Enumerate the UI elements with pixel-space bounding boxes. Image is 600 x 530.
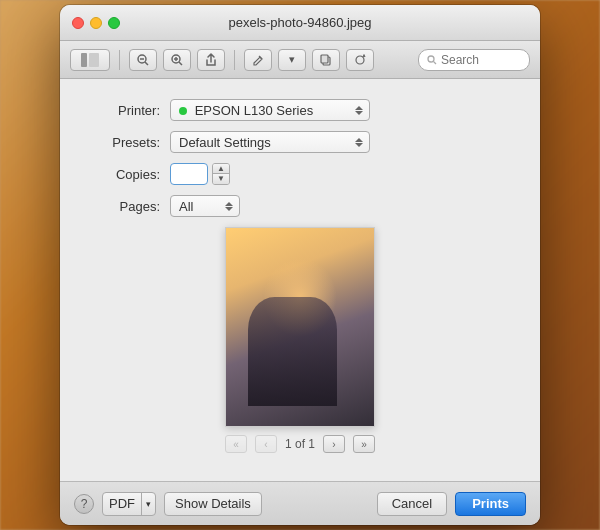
svg-point-13: [428, 56, 434, 62]
edit-button[interactable]: [244, 49, 272, 71]
print-form: Printer: EPSON L130 Series Presets:: [60, 79, 540, 481]
dropdown-arrow-button[interactable]: ▾: [278, 49, 306, 71]
pages-select-arrow: [225, 202, 233, 211]
preview-frame: [225, 227, 375, 427]
svg-rect-11: [321, 55, 328, 63]
traffic-lights: [72, 17, 120, 29]
copies-control: 1 ▲ ▼: [170, 163, 510, 185]
presets-row: Presets: Default Settings: [60, 131, 540, 153]
printer-select[interactable]: EPSON L130 Series: [170, 99, 370, 121]
arrow-up-icon: [225, 202, 233, 206]
svg-line-14: [434, 61, 437, 64]
pdf-dropdown-arrow: ▾: [141, 493, 155, 515]
copies-decrement-button[interactable]: ▼: [213, 174, 229, 184]
prev-page-button[interactable]: ‹: [255, 435, 277, 453]
rotate-button[interactable]: [346, 49, 374, 71]
zoom-out-button[interactable]: [129, 49, 157, 71]
pages-select[interactable]: All: [170, 195, 240, 217]
presets-select[interactable]: Default Settings: [170, 131, 370, 153]
close-button[interactable]: [72, 17, 84, 29]
printer-control: EPSON L130 Series: [170, 99, 510, 121]
search-icon: [427, 55, 437, 65]
copies-increment-button[interactable]: ▲: [213, 164, 229, 174]
pages-row: Pages: All: [60, 195, 540, 217]
presets-select-value: Default Settings: [179, 135, 271, 150]
presets-control: Default Settings: [170, 131, 510, 153]
show-details-button[interactable]: Show Details: [164, 492, 262, 516]
search-input[interactable]: [441, 53, 521, 67]
search-bar: [418, 49, 530, 71]
page-info: 1 of 1: [285, 437, 315, 451]
page-navigation: « ‹ 1 of 1 › »: [225, 435, 375, 453]
bottom-bar: ? PDF ▾ Show Details Cancel Prints: [60, 481, 540, 525]
copy-button[interactable]: [312, 49, 340, 71]
pdf-button[interactable]: PDF ▾: [102, 492, 156, 516]
toolbar: ▾: [60, 41, 540, 79]
arrow-down-icon: [355, 143, 363, 147]
next-page-button[interactable]: ›: [323, 435, 345, 453]
pages-control: All: [170, 195, 510, 217]
arrow-up-icon: [355, 138, 363, 142]
arrow-down-icon: [355, 111, 363, 115]
svg-rect-1: [89, 53, 99, 67]
presets-select-arrow: [355, 138, 363, 147]
first-page-button[interactable]: «: [225, 435, 247, 453]
svg-point-12: [356, 56, 364, 64]
printer-select-arrow: [355, 106, 363, 115]
titlebar: pexels-photo-94860.jpeg: [60, 5, 540, 41]
toolbar-separator-2: [234, 50, 235, 70]
pages-select-value: All: [179, 199, 193, 214]
printer-label: Printer:: [90, 103, 160, 118]
svg-line-8: [179, 62, 182, 65]
last-page-button[interactable]: »: [353, 435, 375, 453]
cancel-button[interactable]: Cancel: [377, 492, 447, 516]
print-dialog-window: pexels-photo-94860.jpeg: [60, 5, 540, 525]
svg-line-4: [145, 62, 148, 65]
copies-stepper-wrap: 1 ▲ ▼: [170, 163, 230, 185]
pages-label: Pages:: [90, 199, 160, 214]
printer-row: Printer: EPSON L130 Series: [60, 99, 540, 121]
maximize-button[interactable]: [108, 17, 120, 29]
printer-status-dot: [179, 107, 187, 115]
svg-rect-0: [81, 53, 87, 67]
print-button[interactable]: Prints: [455, 492, 526, 516]
copies-row: Copies: 1 ▲ ▼: [60, 163, 540, 185]
arrow-up-icon: [355, 106, 363, 110]
copies-stepper: ▲ ▼: [212, 163, 230, 185]
copies-label: Copies:: [90, 167, 160, 182]
preview-area: « ‹ 1 of 1 › »: [60, 227, 540, 453]
minimize-button[interactable]: [90, 17, 102, 29]
copies-input[interactable]: 1: [170, 163, 208, 185]
sidebar-toggle-button[interactable]: [70, 49, 110, 71]
toolbar-separator: [119, 50, 120, 70]
preview-photo: [226, 228, 374, 426]
pdf-label: PDF: [103, 496, 141, 511]
share-button[interactable]: [197, 49, 225, 71]
zoom-in-button[interactable]: [163, 49, 191, 71]
arrow-down-icon: [225, 207, 233, 211]
presets-label: Presets:: [90, 135, 160, 150]
help-button[interactable]: ?: [74, 494, 94, 514]
window-title: pexels-photo-94860.jpeg: [228, 15, 371, 30]
printer-select-value: EPSON L130 Series: [179, 103, 313, 118]
